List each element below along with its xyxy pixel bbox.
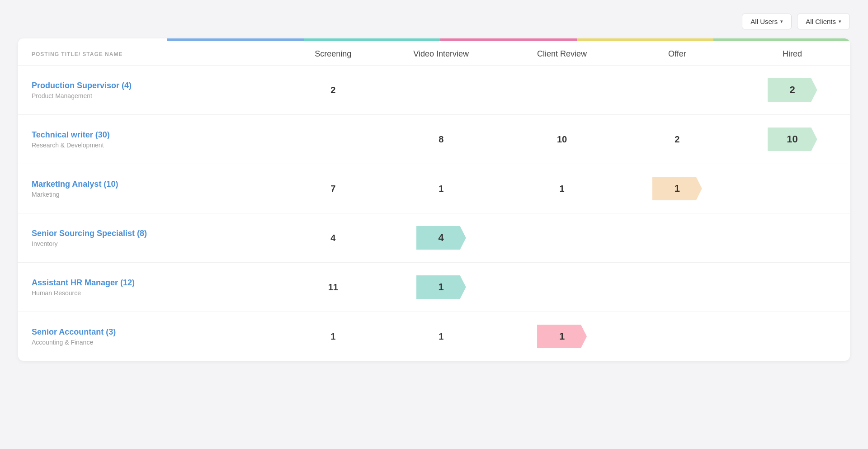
color-bar-screening <box>167 38 304 41</box>
client-review-cell: 10 <box>505 115 620 164</box>
screening-value: 2 <box>330 85 335 95</box>
col-header-client-review: Client Review <box>505 41 620 66</box>
table-header-row: POSTING TITLE/ STAGE NAME Screening Vide… <box>18 41 850 66</box>
client-review-cell <box>505 263 620 312</box>
screening-cell: 1 <box>288 312 378 361</box>
all-users-filter[interactable]: All Users ▾ <box>742 14 792 29</box>
all-users-label: All Users <box>750 18 778 25</box>
client-review-cell <box>505 213 620 263</box>
video-badge[interactable]: 1 <box>416 275 466 299</box>
offer-cell: 1 <box>619 164 735 213</box>
offer-value: 2 <box>675 134 679 144</box>
offer-badge[interactable]: 1 <box>652 177 702 200</box>
col-header-hired: Hired <box>735 41 850 66</box>
color-bar-offer <box>577 38 713 41</box>
video-interview-cell: 1 <box>378 164 505 213</box>
screening-cell: 2 <box>288 66 378 115</box>
color-bar-video <box>304 38 440 41</box>
job-cell: Technical writer (30) Research & Develop… <box>18 115 288 164</box>
table-row: Assistant HR Manager (12) Human Resource… <box>18 263 850 312</box>
screening-cell: 7 <box>288 164 378 213</box>
video-badge[interactable]: 4 <box>416 226 466 250</box>
table-row: Technical writer (30) Research & Develop… <box>18 115 850 164</box>
hired-cell <box>735 213 850 263</box>
table-row: Marketing Analyst (10) Marketing 7111 <box>18 164 850 213</box>
job-title[interactable]: Senior Accountant (3) <box>32 327 279 337</box>
screening-cell: 4 <box>288 213 378 263</box>
job-cell: Senior Accountant (3) Accounting & Finan… <box>18 312 288 361</box>
job-dept: Human Resource <box>32 289 279 297</box>
hired-cell: 10 <box>735 115 850 164</box>
client-review-cell: 1 <box>505 164 620 213</box>
video-value: 8 <box>439 134 443 144</box>
video-interview-cell: 1 <box>378 312 505 361</box>
job-cell: Senior Sourcing Specialist (8) Inventory <box>18 213 288 263</box>
video-value: 1 <box>439 331 443 341</box>
job-cell: Production Supervisor (4) Product Manage… <box>18 66 288 115</box>
video-interview-cell: 4 <box>378 213 505 263</box>
color-bar <box>18 38 850 41</box>
job-cell: Assistant HR Manager (12) Human Resource <box>18 263 288 312</box>
job-dept: Marketing <box>32 191 279 198</box>
screening-cell: 11 <box>288 263 378 312</box>
video-interview-cell <box>378 66 505 115</box>
all-clients-filter[interactable]: All Clients ▾ <box>797 14 850 29</box>
table-row: Senior Sourcing Specialist (8) Inventory… <box>18 213 850 263</box>
job-title[interactable]: Senior Sourcing Specialist (8) <box>32 229 279 238</box>
page-wrapper: All Users ▾ All Clients ▾ POSTING TITLE/… <box>0 0 868 449</box>
video-interview-cell: 8 <box>378 115 505 164</box>
client-review-cell: 1 <box>505 312 620 361</box>
job-dept: Accounting & Finance <box>32 339 279 346</box>
job-title[interactable]: Assistant HR Manager (12) <box>32 278 279 288</box>
table-row: Senior Accountant (3) Accounting & Finan… <box>18 312 850 361</box>
screening-value: 1 <box>330 331 335 341</box>
job-title[interactable]: Marketing Analyst (10) <box>32 180 279 189</box>
job-dept: Product Management <box>32 92 279 99</box>
col-header-screening: Screening <box>288 41 378 66</box>
offer-cell <box>619 66 735 115</box>
hired-cell <box>735 263 850 312</box>
color-bar-empty <box>18 38 167 41</box>
job-title[interactable]: Technical writer (30) <box>32 130 279 140</box>
client-review-cell <box>505 66 620 115</box>
screening-value: 7 <box>330 184 335 194</box>
hired-cell <box>735 312 850 361</box>
color-bar-hired <box>713 38 850 41</box>
top-filters: All Users ▾ All Clients ▾ <box>18 14 850 29</box>
pipeline-table: POSTING TITLE/ STAGE NAME Screening Vide… <box>18 41 850 361</box>
offer-cell <box>619 213 735 263</box>
job-dept: Inventory <box>32 240 279 247</box>
all-clients-label: All Clients <box>806 18 836 25</box>
screening-value: 4 <box>330 233 335 243</box>
client-badge[interactable]: 1 <box>537 325 587 348</box>
screening-cell <box>288 115 378 164</box>
posting-title-header: POSTING TITLE/ STAGE NAME <box>18 41 288 66</box>
chevron-down-icon: ▾ <box>780 19 783 24</box>
hired-badge[interactable]: 2 <box>768 78 817 102</box>
video-value: 1 <box>439 184 443 194</box>
main-table-container: POSTING TITLE/ STAGE NAME Screening Vide… <box>18 38 850 361</box>
offer-cell <box>619 312 735 361</box>
hired-cell: 2 <box>735 66 850 115</box>
screening-value: 11 <box>328 282 338 292</box>
job-title[interactable]: Production Supervisor (4) <box>32 81 279 90</box>
client-value: 1 <box>559 184 564 194</box>
video-interview-cell: 1 <box>378 263 505 312</box>
table-row: Production Supervisor (4) Product Manage… <box>18 66 850 115</box>
col-header-video-interview: Video Interview <box>378 41 505 66</box>
color-bar-client <box>440 38 577 41</box>
job-dept: Research & Development <box>32 142 279 149</box>
offer-cell: 2 <box>619 115 735 164</box>
client-value: 10 <box>557 134 567 144</box>
job-cell: Marketing Analyst (10) Marketing <box>18 164 288 213</box>
chevron-down-icon: ▾ <box>839 19 841 24</box>
col-header-offer: Offer <box>619 41 735 66</box>
offer-cell <box>619 263 735 312</box>
hired-cell <box>735 164 850 213</box>
hired-badge[interactable]: 10 <box>768 128 817 151</box>
